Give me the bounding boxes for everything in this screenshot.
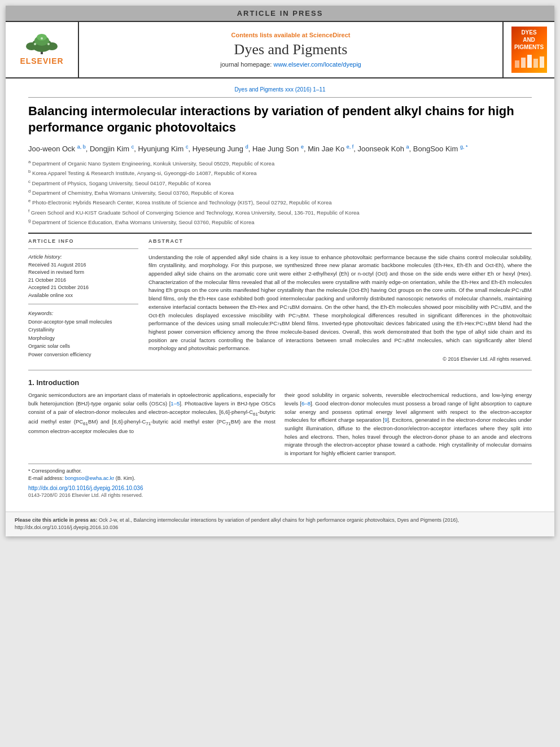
svg-rect-11 — [527, 55, 532, 68]
email-link[interactable]: bongsoo@ewha.ac.kr — [65, 475, 114, 481]
svg-rect-10 — [521, 58, 526, 68]
svg-rect-13 — [540, 56, 544, 68]
ref-6-8[interactable]: 6–8 — [301, 400, 310, 407]
keyword-5: Power conversion efficiency — [28, 351, 138, 359]
available-online: Available online xxx — [28, 292, 138, 300]
divider-before-intro — [28, 370, 532, 370]
abstract-label: ABSTRACT — [148, 238, 532, 244]
affiliation-d: d Department of Chemistry, Ewha Womans U… — [28, 188, 532, 197]
keyword-3: Morphology — [28, 334, 138, 342]
email-name: (B. Kim). — [116, 475, 135, 481]
citation-bar: Please cite this article in press as: Oc… — [6, 512, 554, 536]
article-in-press-banner: ARTICLE IN PRESS — [6, 6, 554, 21]
affiliation-g: g Department of Science Education, Ewha … — [28, 217, 532, 226]
footnote-area: * Corresponding author. E-mail address: … — [28, 464, 532, 498]
revised-label: Received in revised form — [28, 269, 138, 277]
keywords-list: Donor-acceptor-type small molecules Crys… — [28, 318, 138, 359]
intro-right-text: their good solubility in organic solvent… — [285, 391, 532, 458]
divider-after-affiliations — [28, 233, 532, 234]
affiliation-e: e Photo-Electronic Hybrids Research Cent… — [28, 198, 532, 207]
author-8: BongSoo Kim g, * — [413, 145, 468, 153]
article-title: Balancing intermolecular interactions by… — [28, 103, 532, 136]
article-info-label: ARTICLE INFO — [28, 238, 138, 244]
doi-link[interactable]: http://dx.doi.org/10.1016/j.dyepig.2016.… — [28, 485, 532, 491]
homepage-label: journal homepage: — [220, 61, 272, 68]
svg-point-7 — [47, 43, 50, 45]
keywords-title: Keywords: — [28, 310, 138, 316]
sciencedirect-name[interactable]: ScienceDirect — [309, 32, 351, 38]
journal-name: Dyes and Pigments — [234, 41, 348, 58]
ref-1-5[interactable]: 1–5 — [170, 400, 180, 407]
affiliation-f: f Green School and KU-KIST Graduate Scho… — [28, 208, 532, 217]
abstract-text: Understanding the role of appended alkyl… — [148, 254, 532, 353]
elsevier-tree-icon — [19, 34, 64, 55]
contents-text: Contents lists available at — [231, 32, 308, 38]
keyword-1: Donor-acceptor-type small molecules — [28, 318, 138, 326]
divider-info-1 — [28, 248, 138, 249]
citation-prefix: Please cite this article in press as: — [15, 517, 99, 523]
author-6: Min Jae Ko e, f — [308, 145, 353, 153]
author-4: Hyeseung Jung d — [193, 145, 248, 153]
ref-9[interactable]: 9 — [384, 417, 387, 423]
abstract-copyright: © 2016 Elsevier Ltd. All rights reserved… — [148, 356, 532, 362]
dyes-pigments-logo-box: DYES AND PIGMENTS — [511, 27, 547, 73]
intro-left-text: Organic semiconductors are an important … — [28, 391, 275, 435]
divider-info-2 — [28, 304, 138, 304]
affiliation-a: a Department of Organic Nano System Engi… — [28, 159, 532, 168]
history-label: Article history: — [28, 254, 138, 260]
intro-heading: 1. Introduction — [28, 378, 532, 387]
accepted-date: Accepted 21 October 2016 — [28, 284, 138, 292]
svg-point-8 — [41, 37, 43, 40]
journal-logo-right: DYES AND PIGMENTS — [504, 22, 554, 77]
author-3: Hyunjung Kim c — [138, 145, 188, 153]
banner-text: ARTICLE IN PRESS — [237, 9, 323, 18]
corresponding-author-note: * Corresponding author. E-mail address: … — [28, 468, 532, 483]
keyword-2: Crystallinity — [28, 326, 138, 334]
abstract-col: ABSTRACT Understanding the role of appen… — [148, 238, 532, 362]
author-2: Dongjin Kim c — [90, 145, 134, 153]
issn-text: 0143-7208/© 2016 Elsevier Ltd. All right… — [28, 492, 532, 498]
email-label: E-mail address: — [28, 475, 64, 481]
article-info-col: ARTICLE INFO Article history: Received 3… — [28, 238, 138, 362]
received-date: Received 31 August 2016 — [28, 261, 138, 269]
journal-header: ELSEVIER Contents lists available at Sci… — [6, 21, 554, 78]
affiliation-c: c Department of Physics, Sogang Universi… — [28, 178, 532, 187]
author-7: Joonseok Koh a — [358, 145, 409, 153]
journal-ref-link[interactable]: Dyes and Pigments xxx (2016) 1–11 — [28, 86, 532, 93]
elsevier-wordmark: ELSEVIER — [20, 56, 63, 65]
affiliations-section: a Department of Organic Nano System Engi… — [28, 159, 532, 227]
main-content: Dyes and Pigments xxx (2016) 1–11 Balanc… — [6, 78, 554, 506]
journal-logo-chart-icon — [514, 52, 545, 69]
homepage-url[interactable]: www.elsevier.com/locate/dyepig — [273, 61, 361, 68]
revised-date: 21 October 2016 — [28, 277, 138, 285]
intro-right-col: their good solubility in organic solvent… — [285, 391, 532, 458]
journal-homepage: journal homepage: www.elsevier.com/locat… — [220, 61, 361, 68]
journal-header-center: Contents lists available at ScienceDirec… — [79, 22, 504, 77]
svg-rect-9 — [515, 60, 519, 68]
intro-body: Organic semiconductors are an important … — [28, 391, 532, 458]
sciencedirect-link: Contents lists available at ScienceDirec… — [231, 32, 351, 38]
keyword-4: Organic solar cells — [28, 342, 138, 350]
author-5: Hae Jung Son e — [252, 145, 304, 153]
keywords-section: Keywords: Donor-acceptor-type small mole… — [28, 310, 138, 359]
author-1: Joo-weon Ock a, b — [28, 145, 86, 153]
intro-left-col: Organic semiconductors are an important … — [28, 391, 275, 458]
page: ARTICLE IN PRESS — [6, 6, 554, 536]
svg-rect-12 — [533, 59, 538, 68]
corresponding-label: * Corresponding author. — [28, 468, 82, 474]
authors-line: Joo-weon Ock a, b, Dongjin Kim c, Hyunju… — [28, 143, 532, 155]
svg-point-6 — [34, 43, 36, 45]
intro-number: 1. — [28, 378, 34, 387]
elsevier-logo: ELSEVIER — [19, 34, 64, 65]
divider-top — [28, 97, 532, 98]
info-abstract-section: ARTICLE INFO Article history: Received 3… — [28, 238, 532, 362]
divider-abstract — [148, 248, 532, 249]
affiliation-b: b Korea Apparel Testing & Research Insti… — [28, 168, 532, 177]
elsevier-logo-area: ELSEVIER — [6, 22, 79, 77]
intro-title: Introduction — [36, 378, 79, 387]
